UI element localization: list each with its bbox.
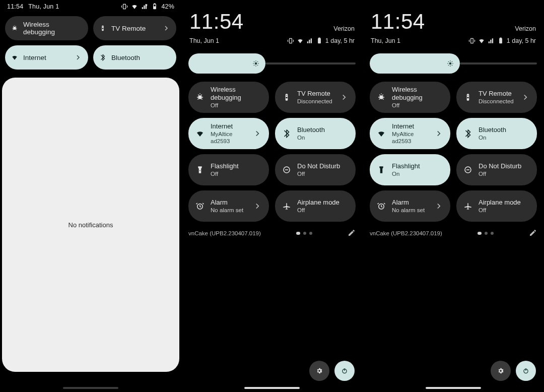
qs-tile-bluetooth[interactable]: BluetoothOn — [456, 118, 537, 149]
qs-tile-internet[interactable]: Internet — [5, 45, 88, 70]
page-indicator[interactable] — [296, 232, 312, 235]
wifi-icon — [131, 3, 138, 10]
tile-label: Airplane mode — [297, 199, 349, 207]
tile-sublabel: Off — [297, 170, 349, 177]
qs-tile-wireless-debugging[interactable]: Wireless debugging — [5, 16, 88, 40]
qs-tile-airplane[interactable]: Airplane modeOff — [275, 190, 356, 222]
airplane-icon — [463, 202, 472, 211]
brightness-track[interactable] — [460, 62, 537, 64]
chevron-right-icon — [521, 93, 530, 102]
nav-gesture-handle[interactable] — [244, 387, 300, 389]
svg-point-13 — [286, 95, 287, 96]
brightness-track[interactable] — [265, 62, 356, 64]
edit-tiles-button[interactable] — [529, 229, 537, 238]
page-dot — [485, 232, 488, 235]
tile-label: Internet — [392, 122, 428, 130]
status-battery-pct: 42% — [161, 3, 174, 10]
svg-point-26 — [467, 97, 469, 98]
tile-label: Flashlight — [392, 162, 443, 170]
qs-tile-alarm[interactable]: AlarmNo alarm set — [370, 190, 450, 222]
dnd-icon — [463, 165, 472, 174]
tile-label: Internet — [211, 122, 247, 130]
qs-tile-tv-remote[interactable]: TV Remote — [93, 16, 176, 40]
svg-point-27 — [381, 170, 382, 171]
battery-icon — [316, 37, 323, 44]
tile-label: Do Not Disturb — [297, 162, 349, 170]
battery-icon — [497, 37, 504, 44]
qs-tile-internet[interactable]: InternetMyAltice ad2593 — [188, 118, 269, 149]
qs-tile-flashlight[interactable]: FlashlightOn — [370, 154, 450, 185]
qs-tile-tv-remote[interactable]: TV RemoteDisconnected — [275, 82, 356, 113]
alarm-icon — [195, 202, 205, 211]
page-dot — [303, 232, 306, 235]
qs-tile-grid: Wireless debuggingTV RemoteInternetBluet… — [0, 10, 181, 73]
settings-button[interactable] — [491, 361, 511, 381]
signal-icon — [488, 37, 495, 44]
phone-panel-3: 11:54 Verizon Thu, Jun 1 1 day, 5 hr Wir… — [363, 0, 544, 392]
svg-rect-8 — [319, 38, 320, 38]
qs-tile-grid: Wireless debuggingOffTV RemoteDisconnect… — [363, 79, 544, 222]
status-clock: 11:54 — [7, 3, 23, 10]
bluetooth-icon — [282, 129, 291, 138]
qs-tile-airplane[interactable]: Airplane modeOff — [456, 190, 537, 222]
signal-icon — [141, 3, 148, 10]
gear-icon — [497, 367, 504, 374]
tile-label: Wireless debugging — [23, 21, 82, 36]
wireless-debugging-icon — [11, 25, 18, 32]
brightness-thumb[interactable] — [188, 53, 265, 74]
dnd-icon — [282, 165, 291, 174]
tile-label: Wireless debugging — [392, 86, 443, 102]
battery-text: 1 day, 5 hr — [507, 37, 536, 44]
power-button[interactable] — [516, 361, 536, 381]
svg-point-11 — [198, 95, 202, 99]
brightness-slider[interactable] — [188, 53, 356, 74]
tile-label: Flashlight — [211, 162, 262, 170]
power-button[interactable] — [334, 361, 355, 381]
tile-sublabel: Off — [479, 170, 530, 177]
qs-tile-bluetooth[interactable]: Bluetooth — [93, 45, 176, 70]
qs-tile-dnd[interactable]: Do Not DisturbOff — [275, 154, 356, 185]
build-label: vnCake (UPB2.230407.019) — [370, 230, 442, 236]
qs-tile-internet[interactable]: InternetMyAltice ad2593 — [370, 118, 450, 149]
nav-gesture-handle[interactable] — [63, 387, 118, 389]
qs-tile-bluetooth[interactable]: BluetoothOn — [275, 118, 356, 149]
brightness-slider[interactable] — [370, 53, 537, 74]
page-indicator[interactable] — [478, 232, 494, 235]
notification-shade[interactable]: No notifications — [2, 78, 179, 372]
battery-text: 1 day, 5 hr — [325, 37, 355, 44]
power-icon — [522, 367, 529, 374]
tile-label: Alarm — [392, 199, 428, 207]
flashlight-icon — [377, 165, 386, 174]
qs-tile-grid: Wireless debuggingOffTV RemoteDisconnect… — [181, 79, 363, 222]
qs-date: Thu, Jun 1 — [371, 37, 400, 44]
tile-sublabel: On — [297, 134, 349, 141]
status-date: Thu, Jun 1 — [28, 3, 59, 10]
svg-point-6 — [102, 28, 103, 29]
qs-tile-wireless-debugging[interactable]: Wireless debuggingOff — [370, 82, 450, 113]
tile-label: Do Not Disturb — [479, 162, 530, 170]
edit-tiles-button[interactable] — [348, 229, 356, 238]
nav-gesture-handle[interactable] — [426, 387, 481, 389]
qs-tile-alarm[interactable]: AlarmNo alarm set — [188, 190, 269, 222]
settings-button[interactable] — [309, 361, 329, 381]
tile-label: Airplane mode — [479, 199, 530, 207]
power-icon — [341, 367, 348, 374]
brightness-thumb[interactable] — [370, 53, 460, 74]
internet-icon — [195, 129, 205, 138]
internet-icon — [377, 129, 386, 138]
tile-sublabel: MyAltice ad2593 — [392, 130, 428, 145]
qs-clock: 11:54 — [371, 11, 425, 32]
qs-tile-wireless-debugging[interactable]: Wireless debuggingOff — [188, 82, 269, 113]
qs-tile-dnd[interactable]: Do Not DisturbOff — [456, 154, 537, 185]
vibrate-icon — [121, 3, 128, 10]
tile-label: Alarm — [211, 199, 247, 207]
tile-label: Bluetooth — [111, 54, 170, 61]
tile-sublabel: Disconnected — [479, 98, 515, 105]
qs-tile-flashlight[interactable]: FlashlightOff — [188, 154, 269, 185]
svg-rect-1 — [154, 4, 155, 4]
page-dot — [309, 232, 312, 235]
vibrate-icon — [287, 37, 294, 44]
status-bar: 11:54 Thu, Jun 1 42% — [0, 0, 181, 10]
qs-tile-tv-remote[interactable]: TV RemoteDisconnected — [456, 82, 537, 113]
brightness-icon — [252, 60, 259, 67]
